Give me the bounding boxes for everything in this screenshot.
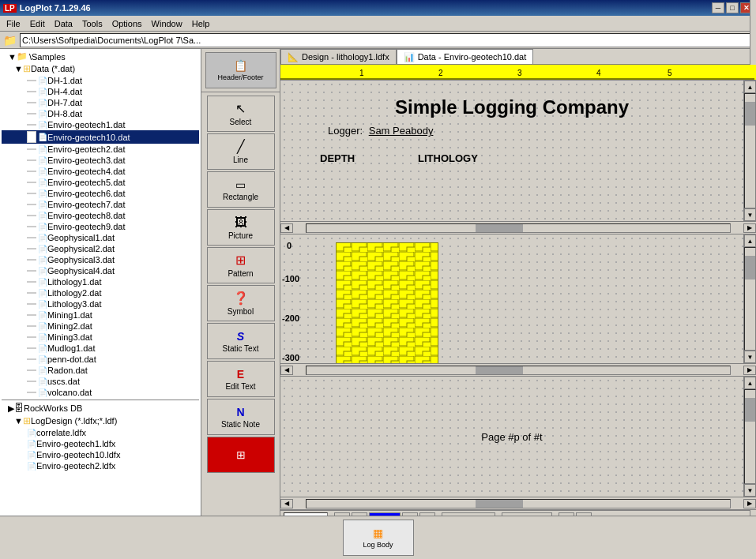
check-mining2[interactable] xyxy=(27,325,36,327)
tree-mining3[interactable]: 📄 Mining3.dat xyxy=(2,332,199,343)
header-hscroll[interactable]: ◀ ▶ xyxy=(280,221,756,234)
litho-hscroll[interactable]: ◀ ▶ xyxy=(280,363,756,376)
symbol-tool-button[interactable]: ❓ Symbol xyxy=(207,285,275,321)
picture-tool-button[interactable]: 🖼 Picture xyxy=(207,209,275,246)
check-dh7[interactable] xyxy=(27,102,36,103)
tab-data[interactable]: 📊 Data - Enviro-geotech10.dat xyxy=(397,49,534,64)
menu-edit[interactable]: Edit xyxy=(25,17,50,30)
tree-mining2[interactable]: 📄 Mining2.dat xyxy=(2,321,199,332)
check-dh8[interactable] xyxy=(27,113,36,114)
tree-enviro8[interactable]: 📄 Enviro-geotech8.dat xyxy=(2,210,199,221)
minimize-button[interactable]: ─ xyxy=(712,2,724,13)
check-penndot[interactable] xyxy=(27,358,36,360)
tree-eg2ldfx[interactable]: 📄 Enviro-geotech2.ldfx xyxy=(2,460,199,471)
check-litho2[interactable] xyxy=(27,292,36,294)
tree-litho2[interactable]: 📄 Lithology2.dat xyxy=(2,287,199,298)
footer-hscroll-track[interactable] xyxy=(306,499,731,508)
tree-eg10ldfx[interactable]: 📄 Enviro-geotech10.ldfx xyxy=(2,449,199,460)
footer-vscroll-down[interactable]: ▼ xyxy=(744,484,756,497)
check-enviro5[interactable] xyxy=(27,182,36,183)
tree-data-folder[interactable]: ▼ ⊞ Data (*.dat) xyxy=(2,62,199,75)
more-tools-button[interactable]: ⊞ xyxy=(207,437,275,473)
maximize-button[interactable]: □ xyxy=(726,2,739,13)
address-input[interactable] xyxy=(20,33,753,47)
log-body-button[interactable]: ▦ Log Body xyxy=(343,520,414,542)
tree-litho1[interactable]: 📄 Lithology1.dat xyxy=(2,276,199,287)
check-enviro3[interactable] xyxy=(27,159,36,161)
check-dh1[interactable] xyxy=(27,80,36,81)
header-hscroll-right[interactable]: ▶ xyxy=(743,223,756,233)
litho-vscroll[interactable]: ▲ ▼ xyxy=(743,234,756,363)
tree-logdesign-folder[interactable]: ▼ ⊞ LogDesign (*.ldfx;*.ldf) xyxy=(2,415,199,427)
check-dh4[interactable] xyxy=(27,91,36,92)
check-radon[interactable] xyxy=(27,370,36,371)
check-uscs[interactable] xyxy=(27,381,36,382)
tree-mudlog[interactable]: 📄 Mudlog1.dat xyxy=(2,343,199,354)
tree-dh1[interactable]: 📄 DH-1.dat xyxy=(2,75,199,86)
menu-options[interactable]: Options xyxy=(107,17,147,30)
litho-hscroll-left[interactable]: ◀ xyxy=(280,366,293,375)
check-enviro6[interactable] xyxy=(27,193,36,194)
check-litho3[interactable] xyxy=(27,303,36,305)
tree-rockworks[interactable]: ▶ 🗄 RockWorks DB xyxy=(2,402,199,415)
tree-enviro10[interactable]: ✓ 📄 Enviro-geotech10.dat xyxy=(2,130,199,144)
tree-dh7[interactable]: 📄 DH-7.dat xyxy=(2,97,199,108)
header-hscroll-track[interactable] xyxy=(306,223,731,233)
check-enviro7[interactable] xyxy=(27,204,36,205)
check-mining3[interactable] xyxy=(27,336,36,338)
check-mining1[interactable] xyxy=(27,314,36,316)
footer-hscroll[interactable]: ◀ ▶ xyxy=(280,497,756,509)
tree-enviro4[interactable]: 📄 Enviro-geotech4.dat xyxy=(2,166,199,177)
header-hscroll-left[interactable]: ◀ xyxy=(280,223,293,233)
header-vscroll-track[interactable] xyxy=(744,93,756,208)
check-geo4[interactable] xyxy=(27,270,36,272)
check-litho1[interactable] xyxy=(27,281,36,283)
tree-enviro7[interactable]: 📄 Enviro-geotech7.dat xyxy=(2,199,199,210)
check-enviro2[interactable] xyxy=(27,148,36,150)
check-geo2[interactable] xyxy=(27,248,36,249)
check-enviro8[interactable] xyxy=(27,215,36,216)
tree-root[interactable]: ▼ 📁 \Samples xyxy=(2,51,199,62)
select-tool-button[interactable]: ↖ Select xyxy=(207,96,275,132)
tree-dh4[interactable]: 📄 DH-4.dat xyxy=(2,86,199,97)
footer-vscroll-up[interactable]: ▲ xyxy=(744,377,756,389)
tree-enviro9[interactable]: 📄 Enviro-geotech9.dat xyxy=(2,221,199,232)
tree-enviro1[interactable]: 📄 Enviro-geotech1.dat xyxy=(2,119,199,130)
tree-geo3[interactable]: 📄 Geophysical3.dat xyxy=(2,254,199,265)
tree-mining1[interactable]: 📄 Mining1.dat xyxy=(2,310,199,321)
header-footer-button[interactable]: 📋 Header/Footer xyxy=(205,52,276,88)
header-vscroll-up[interactable]: ▲ xyxy=(744,81,756,93)
tree-enviro2[interactable]: 📄 Enviro-geotech2.dat xyxy=(2,144,199,155)
line-tool-button[interactable]: ╱ Line xyxy=(207,133,275,170)
tree-volcano[interactable]: 📄 volcano.dat xyxy=(2,387,199,398)
menu-file[interactable]: File xyxy=(2,17,25,30)
check-geo1[interactable] xyxy=(27,237,36,238)
tree-eg1ldfx[interactable]: 📄 Enviro-geotech1.ldfx xyxy=(2,438,199,449)
menu-help[interactable]: Help xyxy=(187,17,215,30)
check-geo3[interactable] xyxy=(27,259,36,261)
footer-hscroll-left[interactable]: ◀ xyxy=(280,499,293,508)
tree-geo1[interactable]: 📄 Geophysical1.dat xyxy=(2,232,199,243)
tree-enviro6[interactable]: 📄 Enviro-geotech6.dat xyxy=(2,188,199,199)
tree-radon[interactable]: 📄 Radon.dat xyxy=(2,365,199,376)
tree-correlate[interactable]: 📄 correlate.ldfx xyxy=(2,427,199,438)
pattern-tool-button[interactable]: ⊞ Pattern xyxy=(207,247,275,283)
tree-uscs[interactable]: 📄 uscs.dat xyxy=(2,376,199,387)
footer-vscroll-track[interactable] xyxy=(744,389,756,484)
menu-tools[interactable]: Tools xyxy=(77,17,107,30)
tree-litho3[interactable]: 📄 Lithology3.dat xyxy=(2,298,199,310)
tree-dh8[interactable]: 📄 DH-8.dat xyxy=(2,108,199,119)
check-enviro1[interactable] xyxy=(27,124,36,126)
check-volcano[interactable] xyxy=(27,392,36,393)
check-enviro10[interactable]: ✓ xyxy=(27,131,36,143)
tree-enviro3[interactable]: 📄 Enviro-geotech3.dat xyxy=(2,155,199,166)
litho-hscroll-right[interactable]: ▶ xyxy=(743,366,756,375)
static-text-tool-button[interactable]: S Static Text xyxy=(207,323,275,359)
header-vscroll-down[interactable]: ▼ xyxy=(744,208,756,221)
edit-text-tool-button[interactable]: E Edit Text xyxy=(207,361,275,397)
check-mudlog[interactable] xyxy=(27,347,36,349)
tree-geo4[interactable]: 📄 Geophysical4.dat xyxy=(2,265,199,276)
litho-vscroll-track[interactable] xyxy=(744,247,756,351)
check-enviro9[interactable] xyxy=(27,226,36,227)
litho-hscroll-track[interactable] xyxy=(306,366,731,375)
